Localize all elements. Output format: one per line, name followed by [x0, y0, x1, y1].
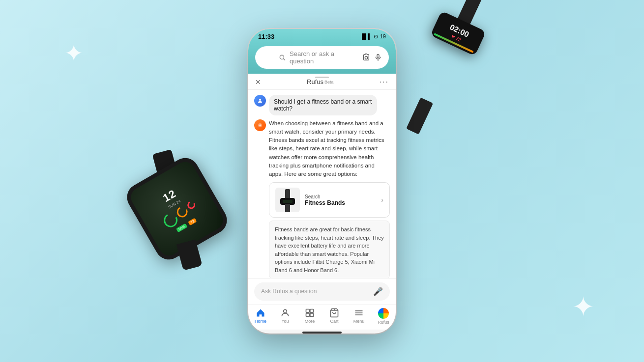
- cart-label: Cart: [330, 319, 338, 324]
- svg-rect-11: [310, 313, 314, 316]
- status-bar: 11:33 ▐▌▌ ⊙ 19: [248, 29, 396, 43]
- ai-content: When choosing between a fitness band and…: [269, 119, 390, 278]
- more-options-button[interactable]: ···: [380, 78, 389, 86]
- svg-point-2: [365, 56, 367, 59]
- menu-icon: [354, 308, 364, 318]
- home-indicator: [302, 332, 342, 334]
- svg-point-7: [284, 309, 287, 313]
- fitness-bands-card[interactable]: Search Fitness Bands ›: [269, 182, 390, 218]
- input-row[interactable]: Ask Rufus a question 🎤: [254, 282, 390, 301]
- phone-body: 11:33 ▐▌▌ ⊙ 19 ← Search or ask a questio…: [248, 29, 396, 334]
- home-icon: [256, 308, 265, 318]
- sparkle-decoration-br: ✦: [572, 291, 595, 323]
- sparkle-decoration-tl: ✦: [64, 39, 84, 67]
- nav-item-rufus[interactable]: Rufus: [371, 308, 396, 325]
- status-icons: ▐▌▌ ⊙ 19: [360, 33, 386, 40]
- status-time: 11:33: [258, 33, 274, 40]
- home-label: Home: [255, 319, 266, 324]
- svg-rect-8: [306, 309, 310, 312]
- messages-container: Should I get a fitness band or a smart w…: [248, 90, 396, 278]
- rufus-nav-icon: [378, 308, 389, 319]
- user-avatar: [254, 95, 266, 107]
- input-placeholder: Ask Rufus a question: [261, 288, 369, 295]
- svg-rect-9: [310, 309, 314, 312]
- nav-item-more[interactable]: More: [297, 308, 322, 325]
- svg-point-5: [259, 99, 261, 101]
- input-area: Ask Rufus a question 🎤: [248, 278, 396, 305]
- fitness-bands-description: Fitness bands are great for basic fitnes…: [269, 221, 390, 278]
- nav-item-you[interactable]: You: [273, 308, 297, 325]
- svg-rect-10: [306, 313, 310, 316]
- rufus-nav-label: Rufus: [378, 320, 389, 325]
- back-button[interactable]: ←: [262, 52, 271, 62]
- wifi-icon: ⊙: [374, 33, 378, 40]
- user-message: Should I get a fitness band or a smart w…: [254, 95, 390, 115]
- close-button[interactable]: ✕: [255, 78, 261, 86]
- rufus-header: ✕ RufusBeta ···: [248, 74, 396, 90]
- user-bubble: Should I get a fitness band or a smart w…: [269, 95, 377, 115]
- svg-rect-3: [377, 54, 379, 58]
- ai-message: When choosing between a fitness band and…: [254, 119, 390, 278]
- search-placeholder-text: Search or ask a question: [290, 50, 358, 65]
- card-search-label: Search: [305, 194, 376, 199]
- mic-icon[interactable]: [374, 54, 382, 61]
- search-icon: [279, 54, 286, 61]
- rufus-title: RufusBeta: [307, 78, 333, 85]
- chat-area: ✕ RufusBeta ··· Should I get a fitness b…: [248, 74, 396, 278]
- svg-line-1: [284, 58, 285, 60]
- smart-watch-product: 12 SUN 24 98% 72: [138, 167, 236, 275]
- search-actions: [362, 54, 382, 61]
- mic-button[interactable]: 🎤: [373, 287, 383, 296]
- cart-icon: [329, 308, 339, 318]
- search-input-row[interactable]: ← Search or ask a question: [255, 46, 389, 69]
- fitness-bands-card-text: Search Fitness Bands: [305, 194, 376, 206]
- signal-icon: ▐▌▌: [360, 33, 371, 39]
- bottom-nav: Home You More Cart Menu Rufus: [248, 305, 396, 330]
- phone-mockup: 11:33 ▐▌▌ ⊙ 19 ← Search or ask a questio…: [248, 29, 396, 334]
- search-bar-container: ← Search or ask a question: [248, 43, 396, 74]
- more-icon: [305, 308, 315, 318]
- ai-response-text: When choosing between a fitness band and…: [269, 119, 390, 179]
- you-icon: [280, 308, 290, 318]
- ai-avatar: [254, 119, 266, 131]
- camera-icon[interactable]: [362, 54, 370, 61]
- you-label: You: [281, 319, 289, 324]
- battery-icon: 19: [380, 33, 386, 39]
- fitness-bands-title: Fitness Bands: [305, 199, 376, 206]
- fitness-bands-chevron: ›: [381, 196, 383, 204]
- more-label: More: [305, 319, 315, 324]
- nav-item-cart[interactable]: Cart: [322, 308, 347, 325]
- nav-item-menu[interactable]: Menu: [347, 308, 371, 325]
- svg-point-0: [280, 55, 284, 59]
- menu-label: Menu: [353, 319, 365, 324]
- fitness-band-card-image: [275, 188, 300, 212]
- fitness-band-product: 02:00 ❤ 72: [404, 11, 539, 137]
- nav-item-home[interactable]: Home: [248, 308, 273, 325]
